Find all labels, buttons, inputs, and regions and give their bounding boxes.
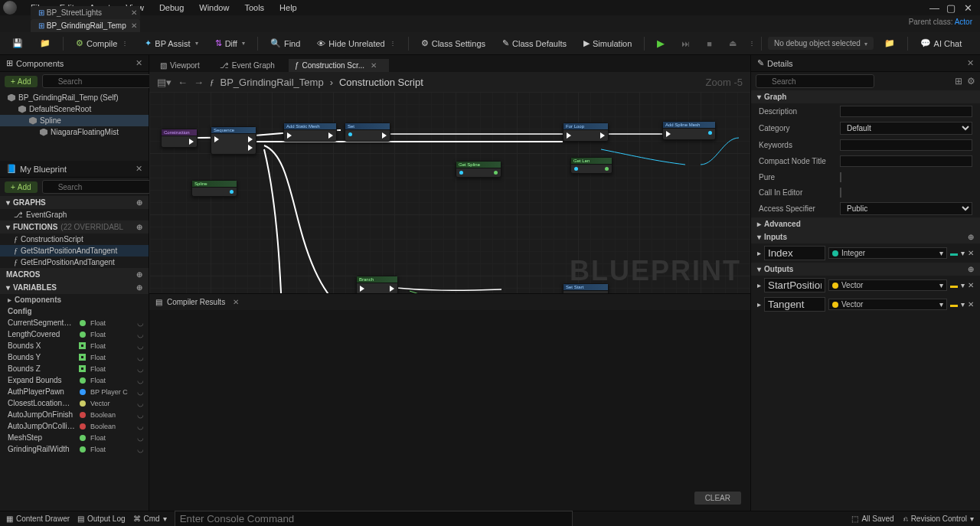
clear-button[interactable]: CLEAR (694, 492, 741, 505)
compile-button[interactable]: ⚙Compile⋮ (70, 36, 134, 51)
variables-config[interactable]: Config (0, 305, 149, 317)
visibility-icon[interactable]: ◡ (137, 341, 144, 350)
step-button[interactable]: ⏭ (675, 37, 696, 51)
variable-row[interactable]: Bounds XFloat◡ (0, 340, 149, 351)
function-item[interactable]: ƒ GetStartPositionAndTangent (0, 245, 149, 256)
variable-row[interactable]: CurrentSegmentPosFloat◡ (0, 317, 149, 328)
io-type-dropdown[interactable]: Vector ▾ (828, 279, 947, 291)
window-max-icon[interactable]: ▢ (946, 2, 956, 14)
macros-category[interactable]: MACROS⊕ (0, 268, 149, 281)
variable-row[interactable]: AutoJumpOnFinishBoolean◡ (0, 409, 149, 420)
close-icon[interactable]: ✕ (371, 61, 377, 70)
visibility-icon[interactable]: ◡ (137, 319, 144, 327)
doc-tab[interactable]: ⊞ BP_StreetLights✕ (31, 6, 140, 19)
visibility-icon[interactable]: ◡ (137, 330, 144, 338)
class-settings-button[interactable]: ⚙Class Settings (415, 36, 492, 51)
breadcrumb-current[interactable]: Construction Script (339, 77, 423, 88)
menu-help[interactable]: Help (272, 2, 305, 14)
nav-forward-button[interactable]: → (194, 77, 204, 88)
console-input[interactable] (175, 511, 573, 526)
visibility-icon[interactable]: ◡ (137, 410, 144, 419)
parent-class-link[interactable]: Actor (955, 18, 972, 26)
io-pill-icon[interactable]: ▬ (950, 249, 958, 257)
bp-assist-button[interactable]: ✦BP Assist▾ (139, 36, 204, 51)
io-name-input[interactable] (764, 246, 825, 260)
variable-row[interactable]: AutoJumpOnCollisionBoolean◡ (0, 420, 149, 432)
visibility-icon[interactable]: ◡ (137, 399, 144, 407)
stop-button[interactable]: ■ (701, 37, 718, 51)
menu-debug[interactable]: Debug (152, 2, 191, 14)
variable-row[interactable]: MeshStepFloat◡ (0, 432, 149, 443)
play-button[interactable]: ▶ (651, 35, 671, 51)
component-item[interactable]: NiagaraFloatingMist (0, 126, 149, 138)
variable-row[interactable]: LengthCoveredFloat◡ (0, 328, 149, 340)
remove-io-button[interactable]: ✕ (968, 249, 974, 257)
gear-icon[interactable]: ⚙ (967, 76, 975, 87)
editor-tab[interactable]: ƒConstruction Scr...✕ (289, 59, 389, 72)
function-item[interactable]: ƒ ConstructionScript (0, 234, 149, 245)
graph-category[interactable]: ▾ Graph (751, 90, 980, 103)
variable-row[interactable]: ClosestLocationOnSplinVector◡ (0, 397, 149, 409)
components-search-input[interactable] (42, 74, 161, 88)
variable-row[interactable]: AuthPlayerPawnBP Player C◡ (0, 386, 149, 397)
visibility-icon[interactable]: ◡ (137, 364, 144, 373)
blueprint-search-input[interactable] (42, 180, 161, 194)
remove-io-button[interactable]: ✕ (968, 281, 974, 289)
window-close-icon[interactable]: ✕ (963, 2, 972, 14)
io-name-input[interactable] (764, 297, 825, 312)
add-input-button[interactable]: ⊕ (968, 233, 974, 241)
editor-tab[interactable]: ⎇Event Graph (214, 59, 287, 72)
variable-row[interactable]: GrindingRailWidthFloat◡ (0, 443, 149, 455)
description-input[interactable] (840, 106, 972, 117)
window-min-icon[interactable]: — (929, 2, 939, 14)
unreal-logo[interactable] (3, 1, 17, 15)
io-type-dropdown[interactable]: Vector ▾ (828, 299, 947, 310)
editor-tab[interactable]: ▧Viewport (154, 59, 212, 72)
outputs-category[interactable]: ▾ Outputs⊕ (751, 263, 980, 276)
details-search-input[interactable] (756, 74, 874, 88)
io-name-input[interactable] (764, 278, 825, 292)
hide-unrelated-button[interactable]: 👁Hide Unrelated⋮ (311, 37, 401, 51)
close-icon[interactable]: ✕ (136, 164, 142, 174)
close-icon[interactable]: ✕ (131, 21, 137, 30)
details-tab[interactable]: ✎ Details ✕ (751, 55, 980, 72)
menu-tools[interactable]: Tools (237, 2, 272, 14)
functions-category[interactable]: ▾ FUNCTIONS (22 OVERRIDABL⊕ (0, 221, 149, 234)
remove-io-button[interactable]: ✕ (968, 300, 974, 309)
access-specifier-select[interactable]: Public (840, 202, 972, 215)
ai-chat-button[interactable]: 💬AI Chat (914, 36, 969, 51)
close-icon[interactable]: ✕ (233, 298, 239, 306)
diff-button[interactable]: ⇅Diff▾ (209, 36, 251, 51)
blueprint-graph-canvas[interactable]: Construction Sequence Add Static Mesh Se… (149, 92, 750, 293)
output-log-button[interactable]: ▤Output Log (77, 515, 125, 523)
variables-category[interactable]: ▾ VARIABLES⊕ (0, 281, 149, 294)
io-type-dropdown[interactable]: Integer ▾ (828, 247, 947, 259)
visibility-icon[interactable]: ◡ (137, 422, 144, 430)
add-blueprint-button[interactable]: + Add (5, 181, 38, 193)
components-tab[interactable]: ⊞ Components ✕ (0, 55, 149, 72)
compiler-results-tab[interactable]: ▤ Compiler Results ✕ (149, 293, 750, 310)
all-saved-indicator[interactable]: ⬚All Saved (851, 515, 893, 523)
content-drawer-button[interactable]: ▦Content Drawer (6, 515, 70, 523)
close-icon[interactable]: ✕ (967, 58, 974, 68)
compact-title-input[interactable] (840, 155, 972, 167)
grid-icon[interactable]: ⊞ (955, 76, 962, 87)
variable-row[interactable]: Bounds YFloat◡ (0, 351, 149, 363)
component-item[interactable]: BP_GrindingRail_Temp (Self) (0, 92, 149, 103)
doc-tab[interactable]: ⊞ BP_GrindingRail_Temp✕ (31, 19, 140, 32)
close-icon[interactable]: ✕ (131, 8, 137, 17)
debug-browse-button[interactable]: 📁 (878, 36, 901, 51)
variable-row[interactable]: Expand BoundsFloat◡ (0, 374, 149, 386)
close-icon[interactable]: ✕ (136, 58, 142, 68)
visibility-icon[interactable]: ◡ (137, 445, 144, 453)
event-graph-item[interactable]: ⎇ EventGraph (0, 209, 149, 221)
add-output-button[interactable]: ⊕ (968, 265, 974, 273)
class-defaults-button[interactable]: ✎Class Defaults (496, 36, 573, 51)
function-item[interactable]: ƒ GetEndPositionAndTangent (0, 256, 149, 268)
nav-back-button[interactable]: ← (178, 77, 188, 88)
simulation-button[interactable]: ▶Simulation (577, 36, 638, 51)
find-button[interactable]: 🔍Find (264, 36, 306, 51)
inputs-category[interactable]: ▾ Inputs⊕ (751, 230, 980, 243)
save-button[interactable]: 💾 (6, 36, 29, 51)
variables-components[interactable]: ▸ Components (0, 294, 149, 305)
